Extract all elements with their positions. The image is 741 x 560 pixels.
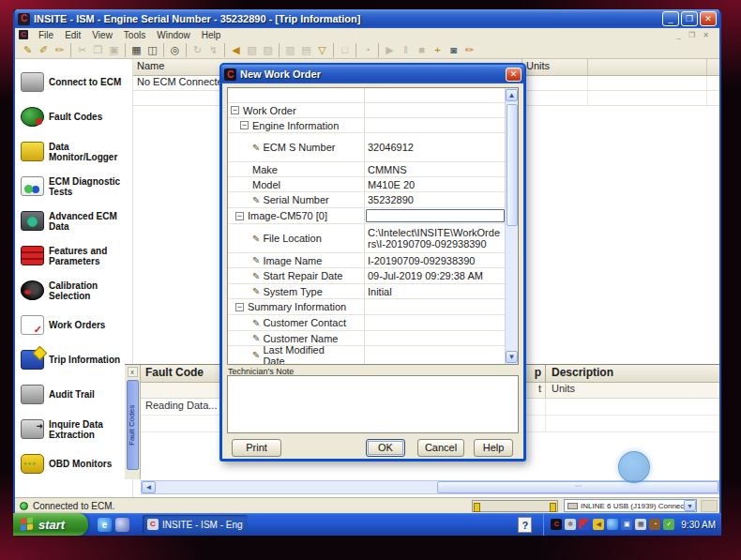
connection-error-tray-icon[interactable]	[579, 519, 590, 530]
increment-save-icon[interactable]: +	[430, 42, 446, 58]
menu-edit[interactable]: Edit	[59, 30, 86, 40]
cancel-button[interactable]: Cancel	[417, 439, 464, 457]
scroll-left-icon[interactable]: ◄	[142, 481, 156, 493]
sidebar-item-inquire-data-extraction[interactable]: Inquire Data Extraction	[21, 412, 130, 446]
technicians-note-input[interactable]	[227, 375, 519, 433]
combo-arrow-icon[interactable]: ▼	[684, 500, 696, 511]
volume-tray-icon[interactable]: ◀	[593, 519, 604, 530]
window-titlebar[interactable]: C INSITE - ISM - Engine Serial Number - …	[15, 9, 719, 28]
collapse-icon[interactable]: −	[231, 106, 239, 114]
save-work-order-icon[interactable]: ✏	[52, 42, 68, 58]
collapse-icon[interactable]: −	[235, 212, 244, 220]
sidebar-item-work-orders[interactable]: Work Orders	[21, 308, 130, 342]
print-icon[interactable]: ▦	[129, 42, 144, 58]
menu-tools[interactable]: Tools	[118, 30, 151, 40]
new-work-order-icon[interactable]: ✎	[20, 42, 36, 58]
help-icon[interactable]: ?	[518, 517, 532, 533]
grid-row-model[interactable]: Model M410E 20	[228, 177, 506, 192]
menu-window[interactable]: Window	[151, 30, 196, 40]
announce-icon[interactable]: ◀	[228, 42, 244, 58]
dialog-close-button[interactable]: ✕	[506, 68, 522, 82]
ok-button[interactable]: OK	[366, 439, 405, 457]
scheduler-tray-icon[interactable]: ◔	[649, 519, 660, 530]
focused-value-field[interactable]	[366, 209, 505, 222]
search-icon[interactable]: ◎	[167, 42, 183, 58]
quick-launch-app-icon[interactable]	[115, 518, 129, 532]
column-extra[interactable]	[588, 59, 707, 75]
grid-row-last-modified-date[interactable]: ✎Last Modified Date	[228, 346, 506, 365]
scrollbar-thumb[interactable]	[437, 481, 718, 493]
grid-row-make[interactable]: Make CMMNS	[228, 162, 506, 177]
sidebar-item-obd-monitors[interactable]: OBD Monitors	[21, 446, 130, 481]
sidebar-item-fault-codes[interactable]: Fault Codes	[21, 99, 130, 134]
gauge-icon[interactable]: ◔	[359, 42, 375, 58]
paste-icon[interactable]: ▣	[106, 42, 122, 58]
help-button[interactable]: Help	[474, 439, 513, 457]
settings-tray-icon[interactable]: ✻	[565, 519, 576, 530]
grid-row-summary-information[interactable]: −Summary Information	[228, 299, 506, 315]
grid-row-image-name[interactable]: ✎Image Name I-20190709-092938390	[228, 253, 506, 268]
stop-icon[interactable]: ■	[414, 42, 430, 58]
grid-row-image-cm570[interactable]: −Image-CM570 [0]	[228, 208, 506, 224]
ecm-image-icon[interactable]: ▧	[244, 42, 260, 58]
column-units[interactable]: Units	[522, 59, 588, 75]
taskbar-button-insite[interactable]: C INSITE - ISM - Engine...	[143, 515, 248, 534]
report-icon[interactable]: ▥	[282, 42, 298, 58]
grid-row-file-location[interactable]: ✎File Location C:\Intelect\INSITE\WorkOr…	[228, 224, 506, 253]
export-icon[interactable]: ▤	[298, 42, 314, 58]
sidebar-item-data-monitor-logger[interactable]: Data Monitor/Logger	[21, 134, 130, 169]
play-icon[interactable]: ▶	[382, 42, 398, 58]
grid-row-ecm-s-number[interactable]: ✎ECM S Number 32046912	[228, 133, 506, 162]
sidebar-item-trip-information[interactable]: Trip Information	[21, 342, 130, 377]
usb-tray-icon[interactable]: ✓	[663, 519, 674, 530]
refresh-icon[interactable]: ↻	[189, 42, 205, 58]
menu-file[interactable]: File	[33, 30, 59, 40]
open-work-order-icon[interactable]: ✐	[36, 42, 52, 58]
grid-row-customer-contact[interactable]: ✎Customer Contact	[228, 315, 506, 331]
pause-icon[interactable]: ‖	[398, 42, 414, 58]
sidebar-item-connect-to-ecm[interactable]: Connect to ECM	[21, 65, 130, 99]
close-panel-icon[interactable]: x	[128, 367, 138, 377]
internet-explorer-icon[interactable]: e	[98, 518, 112, 532]
sidebar-item-audit-trail[interactable]: Audit Trail	[21, 377, 130, 412]
restore-button[interactable]: ❐	[681, 11, 698, 26]
network-tray-icon[interactable]	[607, 519, 618, 530]
grid-row-customer-name[interactable]: ✎Customer Name	[228, 331, 506, 346]
grid-row-system-type[interactable]: ✎System Type Initial	[228, 284, 506, 299]
link-icon[interactable]: ↯	[205, 42, 221, 58]
minimize-button[interactable]: _	[662, 11, 679, 26]
snapshot-icon[interactable]: ◙	[446, 42, 461, 58]
menu-view[interactable]: View	[86, 30, 118, 40]
new-page-icon[interactable]: □	[337, 42, 353, 58]
sidebar-item-advanced-ecm-data[interactable]: Advanced ECM Data	[21, 204, 130, 238]
cummins-tray-icon[interactable]: C	[551, 519, 562, 530]
scroll-up-icon[interactable]: ▲	[506, 89, 518, 101]
scroll-down-icon[interactable]: ▼	[506, 351, 518, 363]
close-button[interactable]: ✕	[700, 11, 717, 26]
collapse-icon[interactable]: −	[240, 121, 249, 129]
mdi-window-controls[interactable]: _ ❐ ✕	[676, 31, 716, 39]
grid-row-start-repair-date[interactable]: ✎Start Repair Date 09-Jul-2019 09:29:38 …	[228, 268, 506, 284]
tab-fault-codes[interactable]: Fault Codes	[127, 380, 139, 470]
sidebar-item-calibration-selection[interactable]: Calibration Selection	[21, 273, 130, 308]
print-button[interactable]: Print	[232, 439, 281, 457]
copy-icon[interactable]: ❐	[90, 42, 106, 58]
menu-help[interactable]: Help	[196, 30, 227, 40]
grid-row-work-order[interactable]: −Work Order	[228, 103, 506, 118]
dialog-titlebar[interactable]: C New Work Order ✕	[221, 65, 524, 83]
grid-row-engine-information[interactable]: −Engine Information	[228, 118, 506, 133]
cut-icon[interactable]: ✂	[74, 42, 90, 58]
connection-type-dropdown[interactable]: INLINE 6 USB (J1939) Connection ▼	[564, 499, 697, 512]
ecm-calibration-icon[interactable]: ▨	[260, 42, 276, 58]
dialog-vertical-scrollbar[interactable]: ▲ ▼	[505, 88, 518, 364]
start-button[interactable]: start	[13, 513, 88, 536]
notes-icon[interactable]: ✏	[461, 42, 477, 58]
scrollbar-thumb[interactable]	[507, 104, 518, 226]
print-preview-icon[interactable]: ◫	[144, 42, 160, 58]
column-description[interactable]: Description	[546, 365, 719, 382]
messenger-tray-icon[interactable]: ▣	[621, 519, 632, 530]
filter-icon[interactable]: ▽	[314, 42, 330, 58]
collapse-icon[interactable]: −	[235, 303, 244, 311]
sidebar-item-ecm-diagnostic-tests[interactable]: ECM Diagnostic Tests	[21, 169, 130, 204]
grid-row-serial-number[interactable]: ✎Serial Number 35232890	[228, 192, 506, 208]
